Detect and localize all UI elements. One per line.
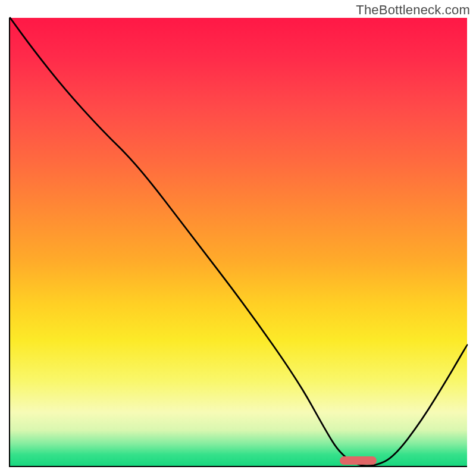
bottleneck-curve-path bbox=[10, 18, 467, 466]
attribution-text: TheBottleneck.com bbox=[356, 2, 470, 18]
plot-area bbox=[9, 18, 467, 467]
curve-svg bbox=[10, 18, 467, 466]
optimum-marker bbox=[340, 456, 377, 465]
